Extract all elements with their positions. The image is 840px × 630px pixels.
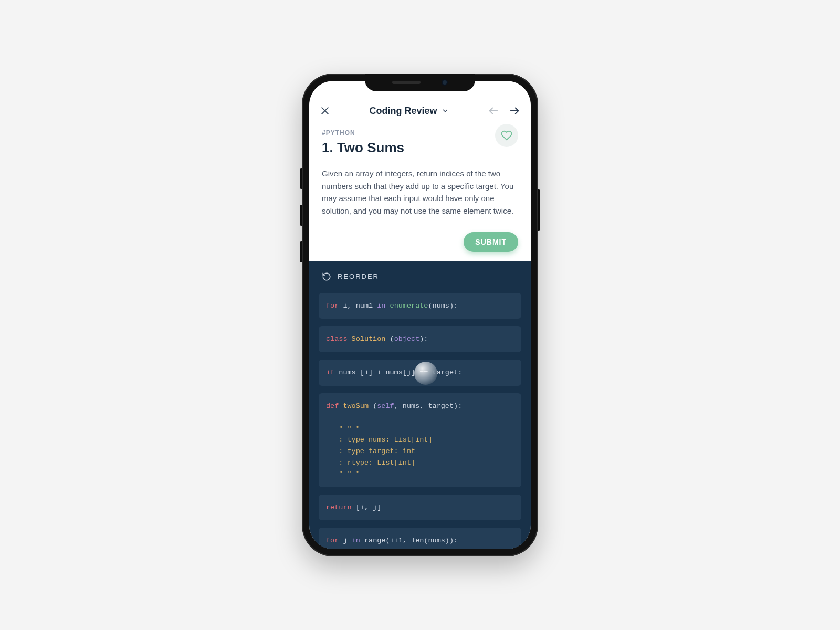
code-block[interactable]: class Solution (object): (319, 326, 521, 352)
reorder-label: REORDER (338, 272, 379, 280)
submit-button[interactable]: SUBMIT (464, 232, 518, 252)
code-block[interactable]: if nums [i] + nums[j] == target: (319, 360, 521, 386)
question-title: 1. Two Sums (322, 140, 518, 156)
code-token: class (326, 335, 352, 343)
code-token: enumerate (390, 302, 428, 310)
code-token: if (326, 369, 334, 376)
speaker-grille (392, 81, 421, 84)
phone-frame: Coding Review #PYTHON 1. Two Sums (302, 74, 538, 556)
code-panel: REORDER for i, num1 in enumerate(nums):c… (309, 261, 531, 549)
code-token: range(i+1, len(nums)): (360, 537, 458, 544)
nav-arrows (488, 105, 520, 117)
code-token: in (352, 537, 360, 544)
close-icon[interactable] (320, 106, 330, 116)
code-token: in (377, 302, 385, 310)
code-token (385, 302, 390, 310)
question-tag: #PYTHON (322, 129, 518, 136)
code-token: nums [i] + nums[j] == target: (334, 369, 462, 376)
code-token: ( (369, 402, 377, 410)
code-token: twoSum (343, 402, 369, 410)
submit-row: SUBMIT (309, 217, 531, 261)
code-token: object (394, 335, 420, 343)
reorder-button[interactable]: REORDER (309, 261, 531, 286)
code-token: i, num1 (339, 302, 377, 310)
heart-icon (501, 130, 512, 141)
code-block[interactable]: for j in range(i+1, len(nums)): (319, 528, 521, 549)
chevron-down-icon (442, 107, 449, 114)
code-token: def (326, 402, 339, 410)
code-block[interactable]: def twoSum (self, nums, target): " " " :… (319, 393, 521, 487)
question-description: Given an array of integers, return indic… (322, 167, 518, 217)
next-arrow-icon[interactable] (509, 105, 520, 117)
code-token: return (326, 503, 352, 511)
code-token: for (326, 302, 339, 310)
code-token: j (339, 537, 351, 544)
prev-arrow-icon[interactable] (488, 105, 499, 117)
refresh-icon (322, 272, 331, 281)
code-token: for (326, 537, 339, 544)
code-token: , nums, target): (394, 402, 463, 410)
code-token: " " " : type nums: List[int] : type targ… (326, 425, 433, 478)
code-token: Solution (352, 335, 386, 343)
code-block[interactable]: return [i, j] (319, 495, 521, 521)
code-token: ( (385, 335, 394, 343)
device-notch (365, 74, 475, 91)
screen-title-text: Coding Review (369, 106, 437, 117)
code-token: self (377, 402, 394, 410)
code-block[interactable]: for i, num1 in enumerate(nums): (319, 293, 521, 319)
code-token: [i, j] (352, 503, 382, 511)
code-token: (nums): (428, 302, 458, 310)
front-camera (442, 79, 448, 86)
favorite-button[interactable] (495, 124, 518, 147)
code-block-list: for i, num1 in enumerate(nums):class Sol… (309, 286, 531, 549)
app-screen: Coding Review #PYTHON 1. Two Sums (309, 81, 531, 549)
question-section: #PYTHON 1. Two Sums Given an array of in… (309, 122, 531, 217)
code-token: ): (419, 335, 428, 343)
screen-title[interactable]: Coding Review (369, 106, 448, 117)
